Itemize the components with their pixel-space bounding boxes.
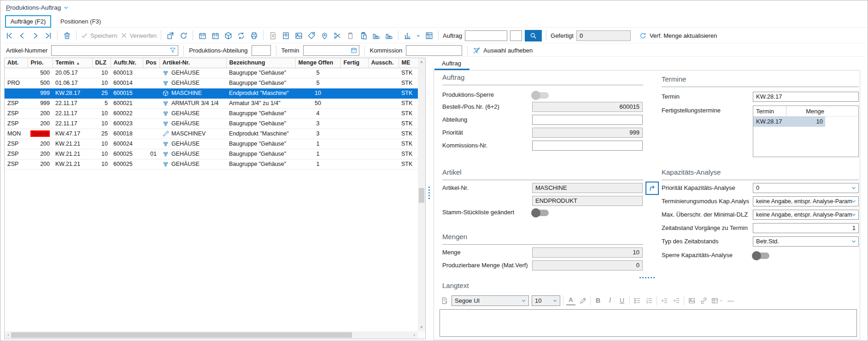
column-header-me[interactable]: ME: [399, 58, 418, 68]
column-header-abt[interactable]: Abt.: [5, 58, 28, 68]
tab-auftraege[interactable]: Aufträge (F2): [5, 15, 51, 28]
toolbar-separator: [398, 30, 399, 41]
verf-menge-label[interactable]: Verf. Menge aktualisieren: [650, 32, 717, 39]
tab-positionen[interactable]: Positionen (F3): [60, 15, 101, 28]
table-row[interactable]: MONSperreKW.47.1725600018MASCHINEVEndpro…: [5, 129, 418, 139]
funnel-icon[interactable]: [169, 47, 176, 54]
column-header-dlz[interactable]: DLZ: [92, 58, 111, 68]
column-header-artikel_nr[interactable]: Artikel-Nr.: [159, 58, 226, 68]
cell-me: STK: [399, 139, 418, 149]
vertical-scroll-thumb[interactable]: [419, 188, 424, 203]
sperre-kapazitaet-toggle[interactable]: [753, 253, 769, 259]
calendar-week-icon[interactable]: [210, 30, 220, 41]
first-record-icon[interactable]: [4, 30, 14, 41]
stamm-stueckliste-toggle[interactable]: [532, 210, 549, 216]
split-percent-icon[interactable]: [332, 30, 342, 41]
material-cube-icon[interactable]: [223, 30, 233, 41]
table-row[interactable]: 50020.05.1710600013GEHÄUSEBaugruppe "Geh…: [5, 68, 418, 78]
previous-record-icon[interactable]: [17, 30, 27, 41]
scroll-up-icon[interactable]: ˄: [418, 59, 425, 65]
cell-bezeichnung: Endprodukt "Maschine": [226, 88, 295, 98]
typ-zeitabstand-dropdown[interactable]: Betr.Std.: [753, 236, 859, 247]
kommissions-nr-field[interactable]: [532, 141, 643, 151]
calendar-icon[interactable]: [350, 47, 358, 54]
section-langtext-heading: Langtext: [442, 282, 469, 289]
print-icon[interactable]: [249, 30, 259, 41]
search-button[interactable]: [525, 30, 542, 41]
factory-in-icon[interactable]: [371, 30, 381, 41]
table-row[interactable]: ZSP200KW.21.211060002501GEHÄUSEBaugruppe…: [5, 149, 418, 159]
detail-tab-auftrag[interactable]: Auftrag: [442, 60, 461, 67]
font-select[interactable]: Segoe UI: [452, 295, 529, 306]
table-row[interactable]: ZSP200KW.21.2110600025GEHÄUSEBaugruppe "…: [5, 159, 418, 169]
cell-fertig: [340, 98, 368, 108]
termin-field[interactable]: KW.28.17: [753, 92, 859, 102]
bold-icon: B: [593, 295, 603, 306]
column-header-fertig[interactable]: Fertig: [340, 58, 368, 68]
copy-order-icon[interactable]: [165, 30, 176, 41]
vertical-scrollbar[interactable]: ˄ ˅: [418, 58, 425, 331]
cell-abt: ZSP: [5, 98, 28, 108]
fertigstellung-row[interactable]: KW.28.1710: [753, 117, 825, 127]
auswahl-aufheben-button[interactable]: Auswahl aufheben: [473, 47, 533, 54]
search-icon: [529, 32, 537, 40]
calendar-plan-icon[interactable]: [197, 30, 207, 41]
delete-icon[interactable]: [62, 30, 72, 41]
app-menu-chevron-icon[interactable]: [63, 4, 70, 11]
column-header-prio[interactable]: Prio.: [28, 58, 53, 68]
table-row[interactable]: PRO50001.06.1710600014GEHÄUSEBaugruppe "…: [5, 78, 418, 88]
artikel-nummer-input[interactable]: [51, 45, 178, 56]
last-record-icon[interactable]: [43, 30, 53, 41]
scroll-right-icon[interactable]: ›: [411, 332, 418, 338]
goto-artikel-button[interactable]: [645, 182, 659, 195]
horizontal-scroll-thumb[interactable]: [11, 332, 352, 338]
max-ueberschreitung-dropdown[interactable]: keine Angabe, entspr. Analyse-Param: [753, 210, 859, 220]
location-pin-icon[interactable]: [319, 30, 329, 41]
chart-menu-icon[interactable]: [403, 30, 413, 41]
app-menu[interactable]: Produktions-Auftrag: [6, 3, 70, 12]
warehouse-icon[interactable]: [281, 30, 291, 41]
chart-menu-chevron-icon[interactable]: [416, 30, 421, 41]
cell-artikel_nr: MASCHINE: [159, 88, 226, 98]
detail-panel: Auftrag Produktions-Sperre Bestell-/Pos.…: [434, 70, 860, 340]
terminierungsmodus-dropdown[interactable]: keine Angabe, entspr. Analyse-Param: [753, 196, 859, 206]
cell-aussch: [368, 129, 399, 139]
tag-icon[interactable]: [306, 30, 317, 41]
table-row[interactable]: ZSP20022.11.1710600023GEHÄUSEBaugruppe "…: [5, 118, 418, 129]
zeitabstand-field[interactable]: 1: [753, 223, 859, 233]
import-text-icon[interactable]: [440, 295, 449, 306]
cell-pos: [143, 68, 159, 78]
auftrag-pos-input[interactable]: [510, 30, 522, 41]
columns-splitter-grip[interactable]: [639, 277, 655, 278]
next-record-icon[interactable]: [30, 30, 40, 41]
table-row[interactable]: 999KW.28.1725600015MASCHINEEndprodukt "M…: [5, 88, 418, 98]
column-header-aussch[interactable]: Aussch.: [368, 58, 399, 68]
refresh-verf-menge-icon[interactable]: [639, 32, 647, 40]
refresh-icon[interactable]: [178, 30, 188, 41]
clipboard-paste-icon[interactable]: [358, 30, 368, 41]
prioritaet-kapazitaet-dropdown[interactable]: 0: [753, 183, 859, 193]
kommission-input[interactable]: [406, 45, 462, 56]
column-header-bezeichnung[interactable]: Bezeichnung: [226, 58, 295, 68]
column-header-auftr_nr[interactable]: Auftr.Nr.: [111, 58, 143, 68]
column-header-menge_offen[interactable]: Menge Offen: [295, 58, 340, 68]
table-row[interactable]: ZSP99922.11.175600021ARMATUR 3/4 1/4Arma…: [5, 98, 418, 108]
table-row[interactable]: ZSP200KW.21.2110600024GEHÄUSEBaugruppe "…: [5, 139, 418, 149]
panel-splitter[interactable]: [428, 187, 430, 199]
horizontal-scrollbar[interactable]: ‹ ›: [5, 331, 418, 339]
cell-dlz: 10: [92, 159, 111, 169]
capacity-grid-icon[interactable]: [424, 30, 434, 41]
factory-out-icon[interactable]: [384, 30, 394, 41]
column-header-pos[interactable]: Pos: [143, 58, 159, 68]
regenerate-icon[interactable]: [236, 30, 246, 41]
font-size-value: 10: [535, 297, 541, 304]
column-header-termin[interactable]: Termin▲: [53, 58, 92, 68]
abteilung-field[interactable]: [532, 115, 643, 125]
font-size-select[interactable]: 10: [532, 295, 560, 306]
table-row[interactable]: ZSP20022.11.1710600022GEHÄUSEBaugruppe "…: [5, 108, 418, 118]
image-doc-icon[interactable]: [293, 30, 304, 41]
langtext-textarea[interactable]: [440, 309, 857, 337]
auftrag-number-input[interactable]: [465, 30, 507, 41]
produktions-abteilung-input[interactable]: [252, 45, 271, 56]
scroll-down-icon[interactable]: ˅: [418, 324, 425, 330]
